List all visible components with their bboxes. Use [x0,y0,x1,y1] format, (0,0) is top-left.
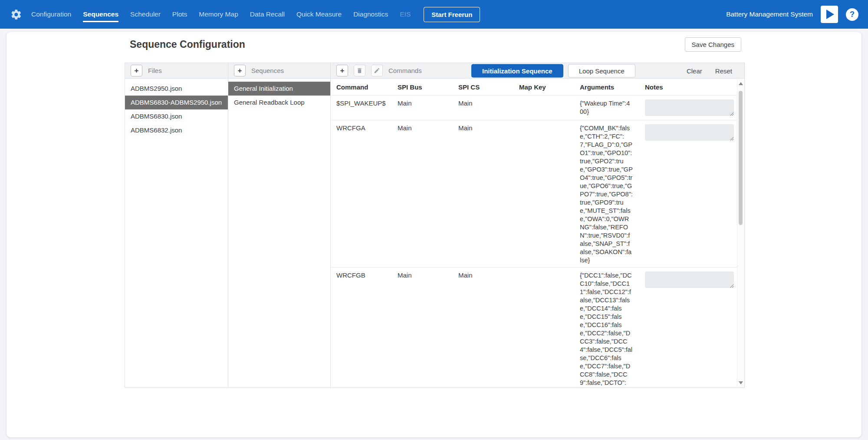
cell-arguments: {"Wakeup Time":400} [580,99,633,116]
file-item[interactable]: ADBMS6830.json [125,109,228,123]
notes-input[interactable] [645,124,734,141]
cell-arguments: {"COMM_BK":false,"CTH":2,"FC":7,"FLAG_D"… [580,124,633,265]
table-action-links: Clear Reset [687,67,732,74]
main-nav: Configuration Sequences Scheduler Plots … [31,10,411,18]
sequences-list: General Initialization General Readback … [228,82,330,109]
pencil-icon [374,67,380,74]
col-map-key: Map Key [519,83,580,91]
top-nav-bar: Configuration Sequences Scheduler Plots … [0,0,868,29]
nav-quick-measure[interactable]: Quick Measure [296,10,342,18]
clear-button[interactable]: Clear [687,67,702,74]
help-icon[interactable]: ? [846,8,858,21]
delete-command-button[interactable] [354,65,365,76]
cell-command: WRCFGA [336,124,398,132]
cell-spi-bus: Main [398,271,458,279]
app-title: Battery Management System [726,10,813,18]
sequence-item-selected[interactable]: General Initialization [228,82,330,96]
table-row[interactable]: $SPI_WAKEUP$ Main Main {"Wakeup Time":40… [331,96,737,120]
col-command: Command [336,83,398,91]
settings-gear-icon[interactable] [10,8,23,21]
notes-input[interactable] [645,271,734,288]
sequence-item[interactable]: General Readback Loop [228,96,330,109]
commands-panel-header: + Commands Initialization Sequence Loop … [331,63,744,79]
table-row[interactable]: WRCFGA Main Main {"COMM_BK":false,"CTH":… [331,120,737,268]
add-file-button[interactable]: + [131,65,142,76]
sequences-panel-title: Sequences [251,67,284,74]
play-triangle-icon [826,10,834,19]
cell-command: WRCFGB [336,271,398,279]
file-item[interactable]: ADBMS2950.json [125,82,228,96]
commands-table-body: $SPI_WAKEUP$ Main Main {"Wakeup Time":40… [331,96,737,387]
cell-notes [645,124,734,142]
sequence-config-panels: + Files ADBMS2950.json ADBMS6830-ADBMS29… [125,63,745,388]
cell-spi-bus: Main [398,99,458,107]
edit-command-button[interactable] [371,65,383,76]
nav-scheduler[interactable]: Scheduler [130,10,161,18]
nav-memory-map[interactable]: Memory Map [199,10,238,18]
nav-configuration[interactable]: Configuration [31,10,71,18]
topbar-right-cluster: Battery Management System ? [726,6,858,23]
content-card: Sequence Configuration Save Changes + Fi… [7,32,861,437]
cell-spi-cs: Main [458,124,519,132]
play-button-icon[interactable] [821,6,838,23]
trash-icon [356,67,363,74]
app-window: Configuration Sequences Scheduler Plots … [0,0,868,440]
files-panel-title: Files [148,67,162,74]
commands-table-header: Command SPI Bus SPI CS Map Key Arguments… [331,79,744,96]
cell-command: $SPI_WAKEUP$ [336,99,398,107]
nav-sequences[interactable]: Sequences [83,10,118,18]
notes-input[interactable] [645,99,734,116]
nav-plots[interactable]: Plots [172,10,187,18]
nav-data-recall[interactable]: Data Recall [250,10,285,18]
commands-panel-title: Commands [388,67,422,74]
add-sequence-button[interactable]: + [234,65,246,76]
cell-spi-bus: Main [398,124,458,132]
cell-notes [645,99,734,117]
gear-icon [10,9,22,20]
col-notes: Notes [645,83,736,91]
col-spi-bus: SPI Bus [398,83,458,91]
scroll-down-arrow-icon[interactable] [739,381,743,384]
start-freerun-button[interactable]: Start Freerun [424,7,480,22]
col-arguments: Arguments [580,83,645,91]
cell-arguments: {"DCC1":false,"DCC10":false,"DCC11":fals… [580,271,633,387]
nav-eis: EIS [400,10,411,18]
tab-initialization-sequence[interactable]: Initialization Sequence [471,64,563,77]
reset-button[interactable]: Reset [715,67,732,74]
page-title: Sequence Configuration [130,39,245,50]
table-row[interactable]: WRCFGB Main Main {"DCC1":false,"DCC10":f… [331,268,737,387]
sequence-type-tabs: Initialization Sequence Loop Sequence [471,64,635,77]
save-changes-button[interactable]: Save Changes [685,37,741,52]
scroll-up-arrow-icon[interactable] [739,82,743,85]
file-item[interactable]: ADBMS6832.json [125,123,228,137]
add-command-button[interactable]: + [336,65,348,76]
cell-notes [645,271,734,289]
col-spi-cs: SPI CS [458,83,519,91]
files-panel: + Files ADBMS2950.json ADBMS6830-ADBMS29… [125,63,228,387]
scrollbar-thumb[interactable] [739,91,743,225]
files-panel-header: + Files [125,63,228,79]
commands-table: Command SPI Bus SPI CS Map Key Arguments… [331,79,744,387]
cell-spi-cs: Main [458,99,519,107]
commands-panel: + Commands Initialization Sequence Loop … [331,63,744,387]
nav-diagnostics[interactable]: Diagnostics [353,10,388,18]
table-scrollbar[interactable] [737,79,744,387]
sequences-panel: + Sequences General Initialization Gener… [228,63,331,387]
files-list: ADBMS2950.json ADBMS6830-ADBMS2950.json … [125,82,228,137]
cell-spi-cs: Main [458,271,519,279]
file-item-selected[interactable]: ADBMS6830-ADBMS2950.json [125,96,228,109]
sequences-panel-header: + Sequences [228,63,330,79]
tab-loop-sequence[interactable]: Loop Sequence [568,64,635,77]
